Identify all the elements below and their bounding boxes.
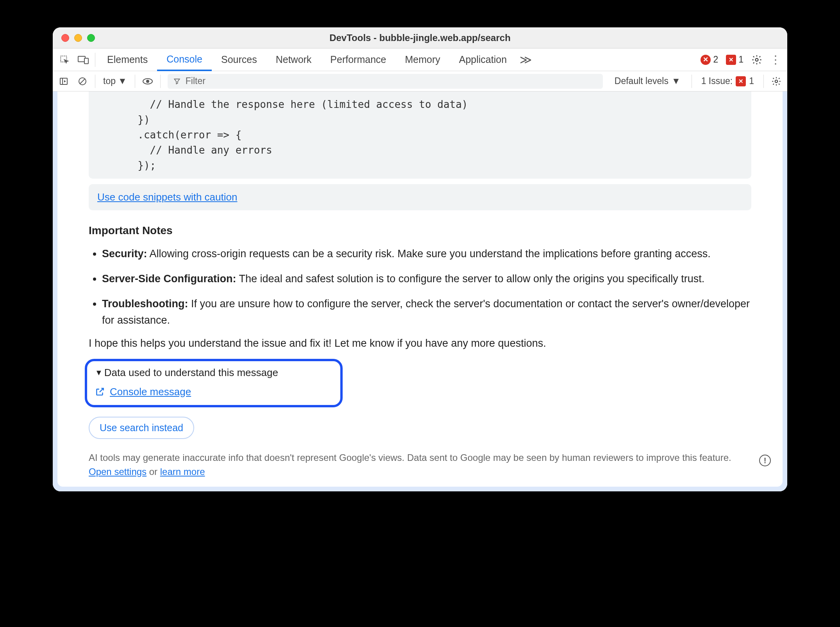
closing-text: I hope this helps you understand the iss… [89,337,751,349]
filter-icon [173,77,181,85]
minimize-window-button[interactable] [74,34,82,42]
external-link-icon [95,387,105,397]
data-used-section: ▼ Data used to understand this message C… [85,359,343,407]
ai-disclaimer: AI tools may generate inaccurate info th… [89,451,771,479]
console-toolbar: top ▼ Filter Default levels ▼ 1 Issue: ✕… [53,71,787,91]
console-settings-icon[interactable] [768,73,785,89]
tab-memory[interactable]: Memory [395,48,449,71]
svg-point-10 [775,80,778,82]
code-block: // Handle the response here (limited acc… [89,91,751,179]
window-controls [61,34,95,42]
svg-point-3 [756,58,758,61]
issues-count: 1 [738,54,743,65]
disclaimer-text: AI tools may generate inaccurate info th… [89,451,747,479]
log-levels-selector[interactable]: Default levels ▼ [608,76,688,86]
tab-elements[interactable]: Elements [98,48,157,71]
open-settings-link[interactable]: Open settings [89,466,147,477]
issue-flag-icon: ✕ [726,55,736,65]
issues-badge[interactable]: ✕ 1 [726,54,743,65]
tab-network[interactable]: Network [266,48,321,71]
filter-input[interactable]: Filter [168,74,603,89]
note-troubleshooting: Troubleshooting: If you are unsure how t… [102,296,751,329]
content-area: // Handle the response here (limited acc… [53,91,787,491]
learn-more-link[interactable]: learn more [160,466,205,477]
context-selector[interactable]: top ▼ [99,76,131,86]
info-icon[interactable]: ! [759,455,771,466]
titlebar: DevTools - bubble-jingle.web.app/search [53,27,787,48]
error-icon: ✕ [701,55,711,65]
console-message-link[interactable]: Console message [110,386,191,398]
tab-sources[interactable]: Sources [212,48,266,71]
filter-placeholder: Filter [186,76,206,86]
important-notes: Important Notes Security: Allowing cross… [89,222,751,329]
issue-counter[interactable]: 1 Issue: ✕ 1 [696,76,760,86]
notes-heading: Important Notes [89,222,751,239]
maximize-window-button[interactable] [87,34,95,42]
ai-message-card: // Handle the response here (limited acc… [57,91,783,487]
svg-line-7 [80,79,85,84]
tab-performance[interactable]: Performance [321,48,395,71]
more-tabs-icon[interactable]: ≫ [516,52,535,68]
data-used-disclosure[interactable]: ▼ Data used to understand this message [95,367,332,379]
device-toggle-icon[interactable] [74,52,93,68]
close-window-button[interactable] [61,34,69,42]
toggle-sidebar-icon[interactable] [55,73,72,89]
errors-badge[interactable]: ✕ 2 [701,54,718,65]
svg-rect-4 [60,78,67,84]
note-security: Security: Allowing cross-origin requests… [102,246,751,262]
kebab-menu-icon[interactable]: ⋮ [766,52,785,68]
snippet-caution-link[interactable]: Use code snippets with caution [97,191,237,203]
issue-flag-icon: ✕ [736,76,746,86]
tab-application[interactable]: Application [450,48,516,71]
main-tabs: Elements Console Sources Network Perform… [53,48,787,71]
window-title: DevTools - bubble-jingle.web.app/search [53,32,787,43]
errors-count: 2 [713,54,718,65]
chevron-down-icon: ▼ [118,76,127,86]
tab-console[interactable]: Console [157,49,212,71]
note-server: Server-Side Configuration: The ideal and… [102,271,751,287]
triangle-down-icon: ▼ [95,368,103,377]
svg-rect-2 [84,58,88,64]
svg-point-9 [147,80,149,82]
live-expression-icon[interactable] [139,73,156,89]
settings-icon[interactable] [747,52,766,68]
chevron-down-icon: ▼ [672,76,681,86]
console-message-row: Console message [95,386,332,398]
snippet-caution-bar: Use code snippets with caution [89,184,751,210]
inspect-icon[interactable] [55,52,74,68]
clear-console-icon[interactable] [74,73,91,89]
use-search-button[interactable]: Use search instead [89,417,194,439]
devtools-window: DevTools - bubble-jingle.web.app/search … [53,27,787,491]
